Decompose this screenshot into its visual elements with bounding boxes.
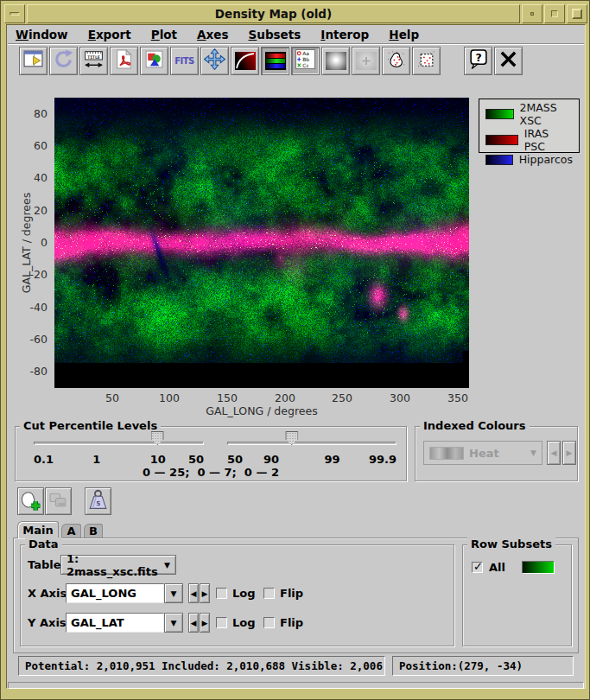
window-menu-icon: [10, 12, 20, 16]
density-map-plot[interactable]: [54, 98, 469, 388]
window-menu-button[interactable]: [4, 4, 25, 23]
subset-all-checkbox[interactable]: ✓: [472, 562, 483, 573]
x-axis-next-button[interactable]: ▶: [200, 583, 210, 603]
y-tick: 80: [18, 107, 48, 120]
x-axis-label-field: X Axis:: [28, 587, 71, 600]
legend-entry: 2MASS XSC: [485, 101, 573, 127]
x-log-label: Log: [232, 587, 256, 600]
data-group-title: Data: [25, 538, 62, 550]
hi-cut-labels: 50 90 99 99.9: [227, 453, 397, 465]
y-flip-label: Flip: [280, 616, 303, 629]
y-axis-label-field: Y Axis:: [28, 616, 71, 629]
y-tick: -60: [18, 333, 48, 346]
x-flip-checkbox[interactable]: [263, 588, 275, 599]
maximize-button[interactable]: [567, 4, 587, 23]
y-tick: -20: [18, 268, 48, 281]
x-axis-prev-button[interactable]: ◀: [188, 583, 199, 603]
colour-map-value: Heat: [469, 447, 499, 460]
cut-percentile-title: Cut Percentile Levels: [20, 419, 161, 432]
y-axis-next-button[interactable]: ▶: [200, 613, 210, 633]
show-legend-button[interactable]: AaBbCc: [291, 47, 320, 75]
x-flip-label: Flip: [280, 587, 303, 600]
subset-all-colour-swatch[interactable]: [522, 561, 555, 574]
indexed-colours-title: Indexed Colours: [420, 419, 530, 432]
rescale-button[interactable]: [200, 47, 229, 75]
hi-cut-slider-thumb[interactable]: [285, 431, 298, 445]
weight-icon: 5: [86, 488, 110, 515]
colour-map-button[interactable]: [231, 47, 259, 75]
menu-window[interactable]: Window: [8, 26, 76, 43]
lo-cut-slider[interactable]: [34, 442, 204, 445]
y-tick: -40: [18, 301, 48, 314]
tab-b[interactable]: B: [84, 524, 103, 538]
y-axis-combo-field[interactable]: GAL_LAT: [66, 613, 164, 633]
menubar: Window Export Plot Axes Subsets Interop …: [8, 26, 584, 44]
table-combo-value: 1: 2mass_xsc.fits: [67, 552, 159, 578]
y-flip-checkbox[interactable]: [263, 617, 275, 628]
x-tick: 150: [208, 391, 246, 404]
blob-subset-icon: [385, 48, 407, 73]
y-tick: 20: [18, 204, 48, 217]
region-subset-icon: [416, 48, 437, 73]
menu-axes[interactable]: Axes: [189, 26, 236, 43]
legend-entry: IRAS PSC: [485, 127, 573, 153]
x-axis-combo-arrow[interactable]: ▼: [164, 583, 183, 603]
add-subset-icon: [19, 488, 42, 515]
x-tick: 250: [323, 391, 361, 404]
heat-colourmap-swatch: [429, 447, 464, 460]
export-image-button[interactable]: [140, 47, 168, 75]
legend-swatch-green: [485, 109, 514, 119]
menu-interop[interactable]: Interop: [313, 26, 377, 43]
table-combo[interactable]: 1: 2mass_xsc.fits ▼: [60, 555, 176, 575]
weight-mode-button[interactable]: 5: [85, 487, 111, 515]
menu-plot[interactable]: Plot: [143, 26, 185, 43]
export-pdf-button[interactable]: [110, 47, 138, 75]
grey-map-button[interactable]: [321, 47, 350, 75]
window-title: Density Map (old): [27, 4, 520, 23]
rgb-mode-button[interactable]: [261, 47, 289, 75]
lo-cut-labels: 0.1 1 10 50: [34, 453, 204, 465]
next-colourmap-button: ▶: [562, 441, 576, 465]
add-subset-button[interactable]: [17, 487, 44, 515]
y-log-checkbox[interactable]: [216, 617, 227, 628]
indexed-colours-group: Indexed Colours Heat ▼ ◀ ▶: [415, 426, 578, 481]
iconify-button[interactable]: [544, 4, 565, 23]
x-axis-label: GAL_LONG / degrees: [175, 404, 348, 417]
shade-button[interactable]: [522, 4, 542, 23]
draw-subset-blob-button[interactable]: [382, 47, 410, 75]
tab-main[interactable]: Main: [17, 521, 59, 538]
lo-cut-slider-thumb[interactable]: [151, 431, 164, 445]
menu-help[interactable]: Help: [381, 26, 427, 43]
subset-all-label: All: [489, 561, 505, 574]
titlebar: Density Map (old): [4, 4, 587, 23]
colour-map-icon: [235, 52, 256, 70]
merge-subset-button: [45, 487, 72, 515]
iconify-icon: [551, 10, 558, 17]
replot-button[interactable]: [49, 47, 78, 75]
hi-cut-slider[interactable]: [227, 442, 397, 445]
fits-icon: FITS: [174, 56, 194, 66]
rescale-icon: [204, 48, 225, 73]
axis-editor-button[interactable]: TITLE: [79, 47, 108, 75]
draw-subset-region-button[interactable]: [412, 47, 441, 75]
y-tick: -80: [18, 365, 48, 378]
x-log-checkbox[interactable]: [216, 588, 227, 599]
split-window-button[interactable]: [19, 47, 48, 75]
tab-a[interactable]: A: [61, 524, 81, 538]
x-axis-combo-field[interactable]: GAL_LONG: [66, 583, 164, 603]
x-tick: 350: [439, 391, 477, 404]
svg-text:Cc: Cc: [302, 63, 308, 68]
legend-swatch-blue: [485, 155, 513, 165]
export-fits-button[interactable]: FITS: [170, 47, 199, 75]
y-axis-prev-button[interactable]: ◀: [188, 613, 199, 633]
close-icon: [498, 49, 518, 73]
menu-subsets[interactable]: Subsets: [241, 26, 309, 43]
close-button[interactable]: [494, 47, 523, 75]
help-button[interactable]: ?: [464, 47, 492, 75]
menu-export[interactable]: Export: [80, 26, 139, 43]
x-tick: 300: [381, 391, 419, 404]
pixel-size-icon: [356, 52, 377, 70]
y-axis-combo-arrow[interactable]: ▼: [164, 613, 183, 633]
merge-subset-icon: [47, 488, 70, 515]
svg-text:Bb: Bb: [302, 57, 309, 62]
